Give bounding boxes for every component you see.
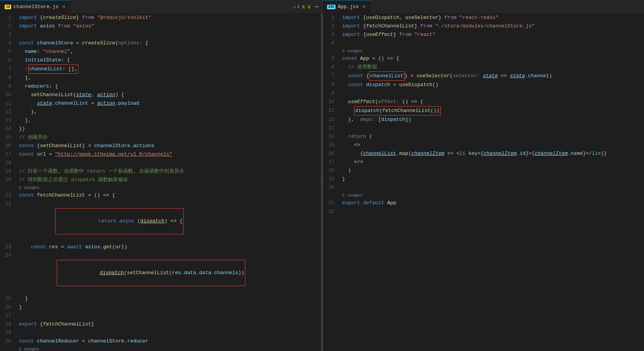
code-line: 14 return ( [323, 132, 644, 141]
code-line: 24 dispatch(setChannelList(res.data.data… [0, 251, 321, 295]
tab-channel-store[interactable]: JS channelStore.js × [0, 0, 71, 14]
code-line: 1 import {createSlice} from "@reduxjs/to… [0, 14, 321, 22]
code-line: 21 const fetchChannelList = () => { [0, 191, 321, 200]
code-line: 11 state.channelList = action.payload [0, 99, 321, 108]
usage-hint-2usages: 2 usages [0, 346, 321, 351]
code-line: 11 dispatch(fetchChannelList()) [323, 106, 644, 115]
left-tab-bar: JS channelStore.js × ⚠ 1 ∧ ∨ ⋯ [0, 0, 322, 14]
code-line: 3 [0, 31, 321, 39]
code-line: 10 setChannelList(state, action) { [0, 91, 321, 99]
code-line: 30 const channelReducer = channelStore.r… [0, 337, 321, 346]
left-code-area: 1 import {createSlice} from "@reduxjs/to… [0, 14, 321, 351]
code-line: 9 [323, 89, 644, 98]
code-line: 19 // 封装一个函数, 在函数中 return 一个新函数, 在新函数中封装… [0, 167, 321, 176]
tab-close-left[interactable]: × [62, 4, 66, 10]
code-line: 17 const url = "http://geek.itheima.net/… [0, 150, 321, 159]
usage-hint-2usages-right: 2 usages [323, 192, 644, 199]
code-line: 8 const dispatch = useDispatch() [323, 81, 644, 89]
tab-app-jsx[interactable]: JSX App.jsx × [322, 0, 371, 14]
code-line: 6 initialState: { [0, 56, 321, 64]
usage-hint-3usages: 3 usages [323, 47, 644, 54]
code-line: 23 const res = await axios.get(url) [0, 243, 321, 251]
tab-filename-left: channelStore.js [13, 4, 59, 10]
code-line: 17 </> [323, 158, 644, 166]
code-line: 20 [323, 183, 644, 192]
code-line: 2 import {fetchChannelList} from "./stor… [323, 22, 644, 31]
code-line: 26 } [0, 303, 321, 312]
code-line: 13 }, [0, 116, 321, 125]
code-line: 16 const {setChannelList} = channelStore… [0, 142, 321, 150]
code-line: 8 }, [0, 74, 321, 82]
code-line: 4 [323, 39, 644, 47]
code-line: 5 const App = () => { [323, 54, 644, 63]
tab-close-right[interactable]: × [362, 4, 366, 10]
code-line: 20 // 得到数据之后通过 dispatch 函数触发修改 [0, 176, 321, 184]
usage-hint-20: 2 usages [0, 184, 321, 191]
tab-menu-icon[interactable]: ⋯ [315, 2, 319, 11]
code-line: 18 ) [323, 166, 644, 175]
js-icon: JS [5, 5, 11, 9]
nav-down-arrow[interactable]: ∨ [307, 3, 310, 10]
code-line: 12 }, deps: [dispatch]) [323, 115, 644, 124]
code-line: 10 useEffect(effect: () => { [323, 98, 644, 106]
warning-icon: ⚠ [293, 4, 296, 9]
code-line: 28 export {fetchChannelList} [0, 320, 321, 329]
code-line: 22 [323, 207, 644, 216]
code-line: 15 // 创建异步 [0, 133, 321, 142]
code-line: 6 // 使用数据 [323, 63, 644, 71]
code-line: 3 import {useEffect} from "react" [323, 31, 644, 39]
code-line: 7 │channelList: [], [0, 64, 321, 74]
editor-container: JS channelStore.js × ⚠ 1 ∧ ∨ ⋯ JSX [0, 0, 644, 351]
nav-up-arrow[interactable]: ∧ [302, 3, 305, 10]
code-line: 9 reducers: { [0, 82, 321, 91]
warning-badge: ⚠ 1 [293, 4, 300, 9]
code-line: 22 return async (dispatch) => { [0, 200, 321, 243]
right-code-area: 1 import {useDispatch, useSelector} from… [323, 14, 644, 351]
code-line: 16 {channelList.map(channelItem => <li k… [323, 149, 644, 158]
jsx-icon: JSX [327, 5, 335, 9]
code-line: 13 [323, 124, 644, 132]
code-line: 5 name: "channel", [0, 47, 321, 56]
warning-count: 1 [297, 4, 300, 9]
tab-filename-right: App.jsx [338, 4, 359, 10]
code-line: 27 [0, 312, 321, 320]
tab-bar: JS channelStore.js × ⚠ 1 ∧ ∨ ⋯ JSX [0, 0, 644, 14]
code-line: 7 const {channelList} = useSelector(sele… [323, 71, 644, 81]
left-editor-pane[interactable]: 1 import {createSlice} from "@reduxjs/to… [0, 14, 321, 351]
editors-area: 1 import {createSlice} from "@reduxjs/to… [0, 14, 644, 351]
code-line: 14 }) [0, 125, 321, 133]
code-line: 12 }, [0, 108, 321, 116]
code-line: 1 import {useDispatch, useSelector} from… [323, 14, 644, 22]
code-line: 18 [0, 159, 321, 167]
code-line: 4 const channelStore = createSlice(optio… [0, 39, 321, 47]
code-line: 25 } [0, 295, 321, 303]
code-line: 19 } [323, 175, 644, 183]
right-tab-bar: JSX App.jsx × [322, 0, 644, 14]
code-line: 15 <> [323, 141, 644, 149]
right-editor-pane[interactable]: 1 import {useDispatch, useSelector} from… [323, 14, 644, 351]
code-line: 2 import axios from "axios" [0, 22, 321, 31]
code-line: 29 [0, 329, 321, 337]
code-line: 21 export default App [323, 199, 644, 207]
